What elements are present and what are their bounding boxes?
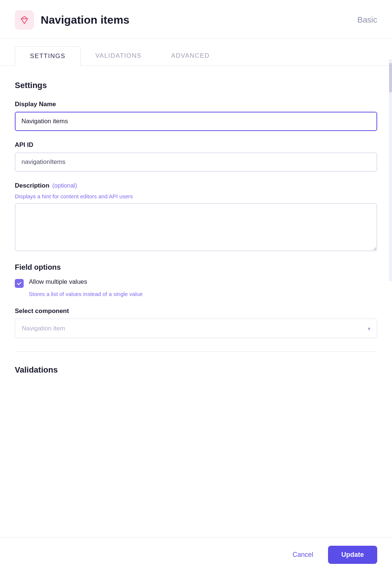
content-area: Settings Display Name API ID Description…: [0, 66, 392, 419]
tab-advanced[interactable]: ADVANCED: [156, 46, 224, 65]
section-divider: [15, 351, 377, 352]
api-id-label: API ID: [15, 141, 377, 149]
tab-validations[interactable]: VALIDATIONS: [81, 46, 156, 65]
optional-label: (optional): [53, 182, 77, 189]
display-name-label: Display Name: [15, 101, 377, 108]
allow-multiple-label: Allow multiple values: [29, 278, 87, 286]
scrollbar-track[interactable]: [389, 59, 392, 281]
footer: Cancel Update: [0, 537, 392, 572]
display-name-input[interactable]: [15, 112, 377, 131]
tabs-container: SETTINGS VALIDATIONS ADVANCED: [0, 39, 392, 66]
tab-settings[interactable]: SETTINGS: [15, 46, 81, 66]
select-component-label: Select component: [15, 307, 377, 315]
api-id-group: API ID: [15, 141, 377, 172]
select-component-group: Select component Navigation itemNavigati…: [15, 307, 377, 338]
description-group: Description (optional) Displays a hint f…: [15, 182, 377, 253]
header-left: Navigation items: [15, 10, 129, 30]
header: Navigation items Basic: [0, 0, 392, 39]
api-id-input[interactable]: [15, 152, 377, 172]
settings-section-title: Settings: [15, 81, 377, 90]
page-title: Navigation items: [41, 14, 129, 26]
select-wrapper: Navigation itemNavigation item ▾: [15, 319, 377, 338]
scrollbar-thumb[interactable]: [389, 63, 392, 92]
description-input[interactable]: [15, 203, 377, 251]
description-label: Description (optional): [15, 182, 377, 189]
cancel-button[interactable]: Cancel: [285, 546, 321, 563]
allow-multiple-checkbox[interactable]: [15, 279, 24, 288]
display-name-group: Display Name: [15, 101, 377, 131]
allow-multiple-hint: Stores a list of values instead of a sin…: [29, 291, 377, 297]
select-component-input[interactable]: Navigation itemNavigation item: [15, 319, 377, 338]
header-badge: Basic: [357, 15, 377, 25]
allow-multiple-row: Allow multiple values: [15, 278, 377, 288]
validations-section-title: Validations: [15, 365, 377, 375]
field-options-group: Field options Allow multiple values Stor…: [15, 263, 377, 297]
description-hint: Displays a hint for content editors and …: [15, 193, 377, 199]
field-options-title: Field options: [15, 263, 377, 272]
update-button[interactable]: Update: [328, 546, 377, 564]
diamond-icon: [15, 10, 34, 30]
